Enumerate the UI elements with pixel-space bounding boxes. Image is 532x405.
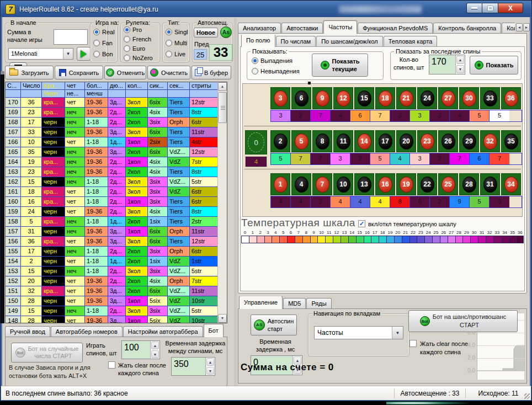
tab-psevdoms[interactable]: Функционал PsevdoMS <box>358 23 433 34</box>
board-number-cell[interactable]: 29 <box>459 130 479 152</box>
tab-analyzer[interactable]: Анализатор <box>238 23 281 34</box>
radio-fan[interactable]: Fan <box>93 40 113 46</box>
new-button[interactable]: Новое <box>194 28 218 38</box>
temp-scale-checkbox[interactable]: ✓ вкл/откл температурную шкалу <box>358 220 456 227</box>
tab-wheel[interactable]: Колесо <box>502 23 515 34</box>
step-up-icon[interactable]: ▲ <box>151 342 159 349</box>
step-up-icon[interactable]: ▲ <box>206 358 214 366</box>
radio-french[interactable]: French <box>124 36 151 42</box>
spin-delay-value[interactable]: 350 <box>172 358 205 375</box>
clear-after-spin-checkbox[interactable]: Жать clear послекаждого спина <box>409 340 481 356</box>
step-down-icon[interactable]: ▼ <box>206 367 214 375</box>
table-row[interactable]: 16733черннеч19-363д...3кол6sixTiers11str <box>6 127 219 137</box>
bot-chance-start-button[interactable]: Bot Бот на шанс/противошансСТАРТ <box>408 310 518 332</box>
board-number-cell[interactable]: 8 <box>312 130 332 152</box>
table-row[interactable]: 16610чернчет1-181д...1кол2sixTiers4str <box>6 137 219 147</box>
column-header[interactable]: кол... <box>126 82 148 90</box>
board-number-cell[interactable]: 22 <box>417 173 437 195</box>
board-number-cell[interactable]: 3 <box>270 87 290 109</box>
tab-frequencies[interactable]: Частоты <box>323 20 357 34</box>
board-number-cell[interactable]: 21 <box>396 87 416 109</box>
radio-bon[interactable]: Bon <box>93 51 113 57</box>
radio-multi[interactable]: Multi <box>166 40 187 46</box>
scroll-up-icon[interactable]: ▲ <box>218 82 227 91</box>
board-number-cell[interactable]: 32 <box>480 130 500 152</box>
board-number-cell[interactable]: 1 <box>270 173 290 195</box>
board-number-cell[interactable]: 33 <box>480 87 500 109</box>
board-number-cell[interactable]: 25 <box>438 173 458 195</box>
radio-euro[interactable]: Euro <box>124 45 145 52</box>
column-header[interactable]: чет <box>65 82 85 90</box>
table-row[interactable]: 1585кра...неч1-181д...2кол1sixTiers2str <box>6 217 219 227</box>
column-header[interactable]: Число <box>21 82 42 90</box>
radio-pro[interactable]: Pro <box>124 26 142 33</box>
radio-misses[interactable]: Невыпадения <box>252 68 300 74</box>
table-row[interactable]: 16323кра...неч19-362д...2кол4sixTiers8st… <box>6 167 219 177</box>
board-number-cell[interactable]: 14 <box>354 130 374 152</box>
board-number-cell[interactable]: 2 <box>270 130 290 152</box>
table-row[interactable]: 15636кра...чет19-363д...3кол6sixTiers12s… <box>6 237 219 247</box>
scroll-down-icon[interactable]: ▼ <box>218 314 227 323</box>
column-header[interactable]: дю... <box>108 82 126 90</box>
table-header-row1[interactable]: С...ЧислоКра...четбол...дю...кол...сик..… <box>6 82 219 90</box>
step-down-icon[interactable]: ▼ <box>456 65 464 73</box>
table-row[interactable]: 16419кра...неч19-362д...1кол4sixVdZ7str <box>6 157 219 167</box>
play-button[interactable] <box>77 47 91 61</box>
tab-md5[interactable]: MD5 <box>283 298 306 309</box>
table-row[interactable]: 14915черннеч1-182д...3кол3sixVdZ...5str <box>6 306 219 316</box>
column-header[interactable]: сик... <box>148 82 168 90</box>
board-number-cell[interactable]: 4 <box>291 173 311 195</box>
tab-bankroll[interactable]: Контроль банкролла <box>433 23 501 34</box>
table-header-row2[interactable]: Чернне...менш <box>6 90 219 98</box>
title-bar[interactable]: 7 HelperRoullet 8.62 - create helperroul… <box>1 1 531 17</box>
tab-scroll-left-icon[interactable]: ◄ <box>516 23 523 31</box>
spins-count-stepper[interactable]: 100 ▲▼ <box>121 340 160 359</box>
table-row[interactable]: 16535черннеч19-363д...2кол6sixVdZ...12st… <box>6 147 219 157</box>
board-number-cell[interactable]: 10 <box>333 173 353 195</box>
board-number-cell[interactable]: 28 <box>459 173 479 195</box>
board-number-cell[interactable]: 19 <box>396 173 416 195</box>
autoshift-icon[interactable]: As <box>220 26 232 38</box>
radio-live[interactable]: Live <box>166 51 185 57</box>
checkbox-icon[interactable] <box>409 340 417 347</box>
scroll-thumb[interactable] <box>218 92 227 123</box>
column-header[interactable]: бол... <box>85 82 108 90</box>
radio-nozero[interactable]: NoZero <box>124 55 153 61</box>
table-row[interactable]: 15132кра...чет19-363д...2кол6sixVdZ...11… <box>6 286 219 296</box>
step-down-icon[interactable]: ▼ <box>151 350 159 358</box>
tab-navigation-combobox[interactable]: Частоты ▼ <box>314 326 403 339</box>
table-row[interactable]: 14828чернчет19-363д...1кол5sixVdZ10str <box>6 316 219 323</box>
board-number-cell[interactable]: 34 <box>501 173 521 195</box>
table-row[interactable]: 15924чернчет19-362д...3кол4sixTiers8str <box>6 207 219 217</box>
tab-rows[interactable]: Ряды <box>306 298 331 309</box>
board-number-cell[interactable]: 15 <box>354 87 374 109</box>
undo-button[interactable]: ↺Отменить <box>104 66 146 79</box>
clear-after-spin-checkbox[interactable]: Жать clear послекаждого спина <box>108 361 169 377</box>
start-sum-input[interactable] <box>54 29 88 45</box>
spin-delay-stepper[interactable]: 350 ▲▼ <box>171 357 215 376</box>
vertical-splitter[interactable] <box>234 18 237 387</box>
show-button[interactable]: Показать <box>470 56 518 74</box>
table-row[interactable]: 15517черннеч1-182д...2кол3sixOrph6str <box>6 247 219 257</box>
board-number-cell[interactable]: 12 <box>333 87 353 109</box>
tab-autobets[interactable]: Автоставки <box>281 23 323 34</box>
table-row[interactable]: 16923кра...неч19-362д...2кол4sixTiers8st… <box>6 108 219 118</box>
board-number-cell[interactable]: 31 <box>480 173 500 195</box>
board-number-cell[interactable]: 27 <box>438 87 458 109</box>
board-number-cell[interactable]: 24 <box>417 87 437 109</box>
tab-scroll-right-icon[interactable]: ► <box>523 23 530 31</box>
board-number-cell[interactable]: 35 <box>501 130 521 152</box>
table-row[interactable]: 16817черннеч1-182д...2кол3sixOrph6str <box>6 118 219 127</box>
column-header[interactable]: стриты <box>190 82 219 90</box>
step-up-icon[interactable]: ▲ <box>456 56 464 64</box>
last-spins-stepper[interactable]: 170 ▲▼ <box>429 55 465 74</box>
column-header[interactable]: Кра... <box>42 82 65 90</box>
board-number-cell[interactable]: 23 <box>417 130 437 152</box>
tab-autograbber[interactable]: Автограббер номеров <box>51 326 123 337</box>
chevron-down-icon[interactable]: ▼ <box>63 49 73 59</box>
board-number-cell[interactable]: 30 <box>459 87 479 109</box>
radio-hits[interactable]: Выпадения <box>252 57 292 64</box>
chevron-down-icon[interactable]: ▼ <box>392 327 403 339</box>
board-number-cell[interactable]: 13 <box>354 173 374 195</box>
table-row[interactable]: 15028чернчет19-363д...1кол5sixVdZ10str <box>6 296 219 306</box>
